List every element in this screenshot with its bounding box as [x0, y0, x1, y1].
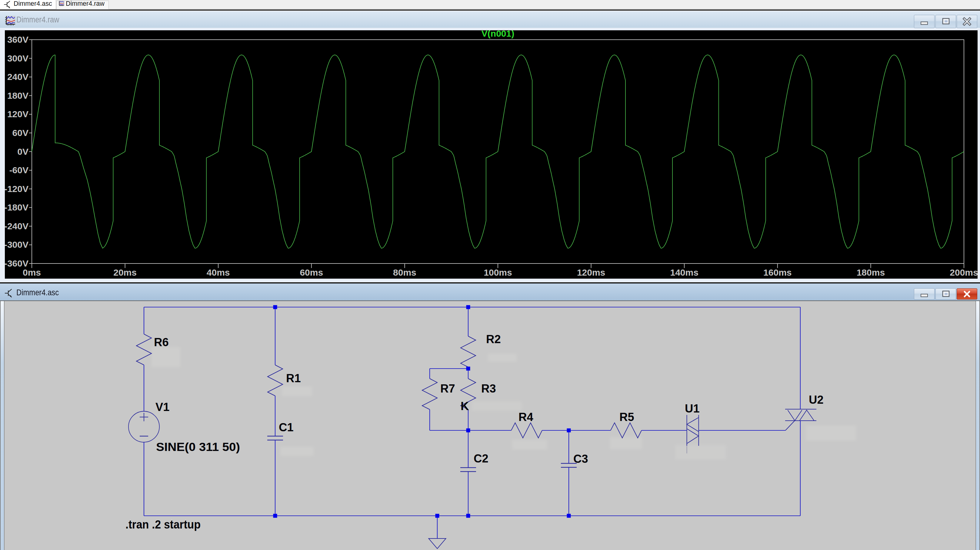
- svg-text:40ms: 40ms: [207, 268, 230, 277]
- svg-text:R5: R5: [619, 411, 634, 423]
- svg-text:300V: 300V: [7, 53, 29, 63]
- svg-text:C2: C2: [474, 452, 488, 465]
- svg-text:200ms: 200ms: [950, 268, 978, 277]
- svg-text:80ms: 80ms: [393, 268, 416, 277]
- svg-text:100ms: 100ms: [484, 268, 512, 277]
- svg-text:120ms: 120ms: [577, 268, 605, 277]
- svg-text:120V: 120V: [7, 109, 29, 119]
- svg-text:-120V: -120V: [5, 184, 29, 194]
- svg-text:0V: 0V: [17, 147, 29, 157]
- svg-text:U2: U2: [809, 393, 824, 406]
- svg-text:R1: R1: [286, 372, 301, 385]
- svg-text:20ms: 20ms: [113, 268, 137, 277]
- svg-text:C1: C1: [279, 421, 294, 434]
- svg-text:160ms: 160ms: [763, 268, 792, 277]
- svg-text:-300V: -300V: [5, 239, 29, 250]
- svg-text:V1: V1: [156, 401, 169, 414]
- svg-text:C3: C3: [573, 452, 588, 465]
- svg-text:U1: U1: [685, 402, 700, 415]
- svg-text:180ms: 180ms: [857, 268, 885, 277]
- svg-text:-240V: -240V: [5, 221, 29, 231]
- svg-text:60V: 60V: [13, 128, 29, 138]
- svg-text:-360V: -360V: [5, 258, 29, 268]
- svg-text:-180V: -180V: [5, 202, 29, 212]
- svg-text:V(n001): V(n001): [482, 30, 514, 38]
- svg-text:R3: R3: [481, 382, 496, 395]
- svg-text:240V: 240V: [7, 72, 29, 82]
- svg-text:R4: R4: [519, 411, 533, 423]
- svg-text:180V: 180V: [7, 90, 29, 101]
- svg-text:-60V: -60V: [10, 165, 29, 175]
- svg-text:R6: R6: [154, 336, 169, 349]
- svg-text:140ms: 140ms: [670, 268, 698, 277]
- svg-text:0ms: 0ms: [23, 268, 41, 277]
- svg-text:K: K: [461, 400, 469, 412]
- svg-text:R7: R7: [440, 382, 455, 395]
- svg-text:360V: 360V: [7, 35, 29, 44]
- svg-text:60ms: 60ms: [300, 268, 323, 277]
- svg-text:SINE(0 311 50): SINE(0 311 50): [156, 441, 240, 453]
- svg-text:.tran .2 startup: .tran .2 startup: [126, 518, 200, 531]
- svg-text:R2: R2: [486, 333, 501, 346]
